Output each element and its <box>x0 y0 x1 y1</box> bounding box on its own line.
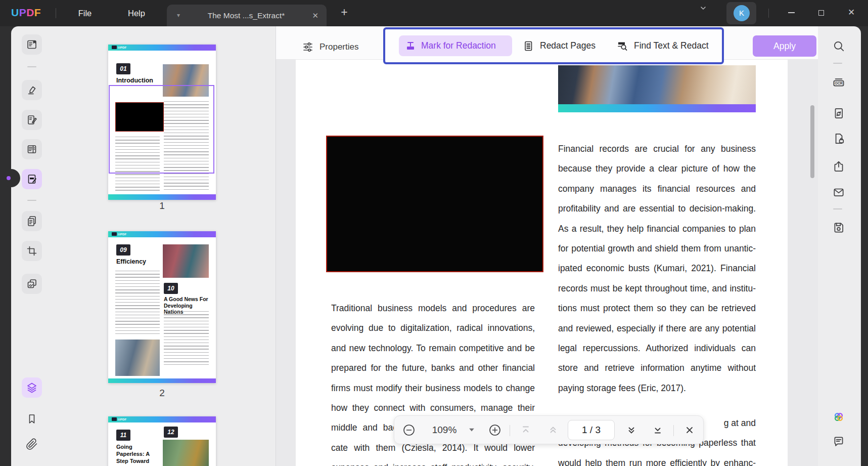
page-thumbnail-1[interactable]: UPDF 01 Introduction <box>108 45 216 200</box>
convert-icon[interactable] <box>829 103 849 123</box>
thumb-header-bar: UPDF <box>108 45 216 51</box>
edit-pdf-icon[interactable] <box>22 110 42 130</box>
section-badge: 12 <box>164 427 178 438</box>
pager-divider <box>673 425 674 436</box>
thumb-header-bar: UPDF <box>108 416 216 422</box>
section-badge: 09 <box>116 244 130 256</box>
section-title: Introduction <box>116 77 153 84</box>
share-icon[interactable] <box>829 156 849 177</box>
mark-for-redaction-icon <box>405 40 416 51</box>
previous-page-button[interactable] <box>546 423 560 437</box>
tab-close-icon[interactable]: ✕ <box>312 5 318 26</box>
document-text-line: As a result, they help financial compani… <box>558 219 756 239</box>
document-text-line: legal repercussions. Authorized individu… <box>558 338 756 358</box>
redaction-mark[interactable] <box>326 136 543 272</box>
find-text-redact-icon <box>616 40 628 52</box>
properties-label: Properties <box>319 42 358 52</box>
watermark-icon[interactable] <box>22 274 42 294</box>
menu-file[interactable]: File <box>73 0 97 26</box>
minimize-button[interactable] <box>785 12 798 13</box>
rail-divider <box>27 200 36 201</box>
new-tab-button[interactable]: + <box>338 6 351 19</box>
scroll-to-top-button[interactable] <box>519 423 532 437</box>
redact-tool-icon[interactable] <box>22 169 42 189</box>
thumb-logo: UPDF <box>112 417 127 421</box>
collapse-toolbar-icon[interactable] <box>697 4 710 14</box>
rail-divider <box>833 63 842 64</box>
properties-button[interactable]: Properties <box>302 41 358 53</box>
document-text-line: Traditional business models and procedur… <box>331 299 535 318</box>
sidebar-handle-dot <box>7 176 11 180</box>
close-button[interactable]: ✕ <box>845 7 858 18</box>
section-title: Efficiency <box>116 258 146 265</box>
logo-letter: F <box>34 7 41 18</box>
comment-icon[interactable] <box>829 432 849 452</box>
zoom-dropdown-icon[interactable] <box>469 428 474 432</box>
document-text-line: prepared for the future, banks and other… <box>331 358 535 378</box>
layers-icon[interactable] <box>22 377 42 398</box>
document-text-line: for potential growth and shield them fro… <box>558 239 756 259</box>
document-text-line: evolving due to digitalization, radical … <box>331 318 535 338</box>
thumb-header-bar: UPDF <box>108 231 216 237</box>
avatar[interactable]: K <box>734 5 750 21</box>
document-photo <box>558 65 756 104</box>
thumb-logo: UPDF <box>112 232 127 236</box>
document-gradient-bar <box>558 104 756 112</box>
tab-title: The Most ...s_Extract* <box>191 5 301 26</box>
document-text-line: expenses and increase staff productivity… <box>331 458 535 466</box>
thumb-photo <box>163 440 209 466</box>
search-icon[interactable] <box>829 36 849 56</box>
email-icon[interactable] <box>829 182 849 202</box>
crop-icon[interactable] <box>22 241 42 261</box>
document-text-line: would help them run more efficiently by … <box>558 453 756 466</box>
find-text-redact-button[interactable]: Find Text & Redact <box>616 35 709 56</box>
redact-pages-button[interactable]: Redact Pages <box>522 35 596 56</box>
redact-pages-icon <box>522 40 534 52</box>
logo-letter: U <box>11 7 19 18</box>
ocr-icon[interactable]: OCR <box>829 73 849 93</box>
attachment-icon[interactable] <box>22 434 42 454</box>
mark-for-redaction-button[interactable]: Mark for Redaction <box>399 35 512 56</box>
tab-dropdown-icon[interactable]: ▾ <box>177 12 180 19</box>
page-indicator[interactable]: 1 / 3 <box>568 420 615 440</box>
maximize-button[interactable] <box>814 10 828 16</box>
extract-pages-icon[interactable] <box>22 211 42 231</box>
organize-pages-icon[interactable] <box>22 139 42 159</box>
save-icon[interactable] <box>829 218 849 238</box>
reader-mode-icon[interactable] <box>22 34 42 55</box>
menu-help[interactable]: Help <box>124 0 149 26</box>
zoom-level[interactable]: 109% <box>429 425 460 436</box>
page-thumbnail-2[interactable]: UPDF 09 Efficiency 10 A Good News For De… <box>108 231 216 383</box>
next-page-button[interactable] <box>625 423 638 437</box>
section-badge: 01 <box>116 63 130 74</box>
rail-divider <box>27 66 36 67</box>
pager-divider <box>510 425 510 436</box>
logo-letter: P <box>19 7 27 18</box>
document-text-line: paying storage fees (Eric, 2017). <box>558 378 756 398</box>
mark-for-redaction-label: Mark for Redaction <box>421 35 496 56</box>
find-text-redact-label: Find Text & Redact <box>634 40 709 51</box>
account-button[interactable]: K <box>726 2 756 24</box>
ai-assistant-icon[interactable] <box>829 407 849 427</box>
document-text-line: and new technology. To remain competitiv… <box>331 338 535 358</box>
divider <box>56 8 56 18</box>
rail-divider <box>833 208 842 209</box>
bookmark-icon[interactable] <box>22 409 42 429</box>
protect-icon[interactable] <box>829 129 849 149</box>
scroll-to-bottom-button[interactable] <box>651 423 664 437</box>
thumb-footer-bar <box>108 194 216 200</box>
document-tab[interactable]: ▾ The Most ...s_Extract* ✕ <box>167 5 327 26</box>
zoom-in-button[interactable] <box>488 423 501 437</box>
document-text-line: firms must modify their business models … <box>331 378 535 398</box>
page-thumbnail-3[interactable]: UPDF 11 Going Paperless: A Step Toward G… <box>108 416 216 466</box>
document-text-line: company manages its financial resources … <box>558 179 756 199</box>
close-pager-button[interactable] <box>683 423 696 437</box>
document-scrollbar[interactable] <box>810 105 814 178</box>
apply-button[interactable]: Apply <box>753 35 816 57</box>
zoom-out-button[interactable] <box>402 423 416 437</box>
annotate-icon[interactable] <box>22 80 42 100</box>
document-text-line: tions must protect them so they can be r… <box>558 299 756 318</box>
document-text-line: Financial records are crucial for any bu… <box>558 139 756 159</box>
sidebar-handle[interactable] <box>2 169 20 187</box>
thumb-viewport-indicator <box>109 85 214 174</box>
